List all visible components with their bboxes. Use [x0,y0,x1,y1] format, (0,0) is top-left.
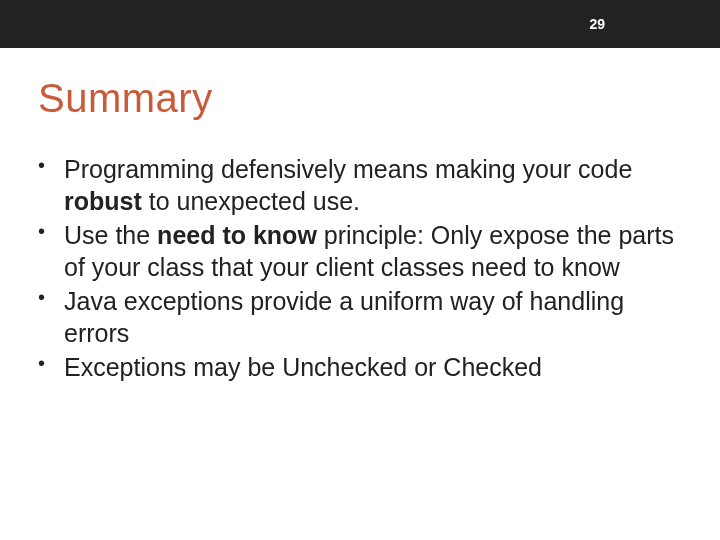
bullet-item: Use the need to know principle: Only exp… [38,219,682,283]
bullet-item: Programming defensively means making you… [38,153,682,217]
page-number: 29 [589,16,605,32]
bullet-item: Java exceptions provide a uniform way of… [38,285,682,349]
bullet-text-post: to unexpected use. [142,187,360,215]
bullet-text-bold: robust [64,187,142,215]
slide: 29 Summary Programming defensively means… [0,0,720,540]
bullet-text-pre: Programming defensively means making you… [64,155,632,183]
bullet-text-pre: Java exceptions provide a uniform way of… [64,287,624,347]
bullet-text-pre: Exceptions may be Unchecked or Checked [64,353,542,381]
bullet-text-bold: need to know [157,221,317,249]
header-bar: 29 [0,0,720,48]
bullet-list: Programming defensively means making you… [38,153,682,383]
bullet-item: Exceptions may be Unchecked or Checked [38,351,682,383]
slide-content: Summary Programming defensively means ma… [0,48,720,383]
bullet-text-pre: Use the [64,221,157,249]
slide-title: Summary [38,76,682,121]
